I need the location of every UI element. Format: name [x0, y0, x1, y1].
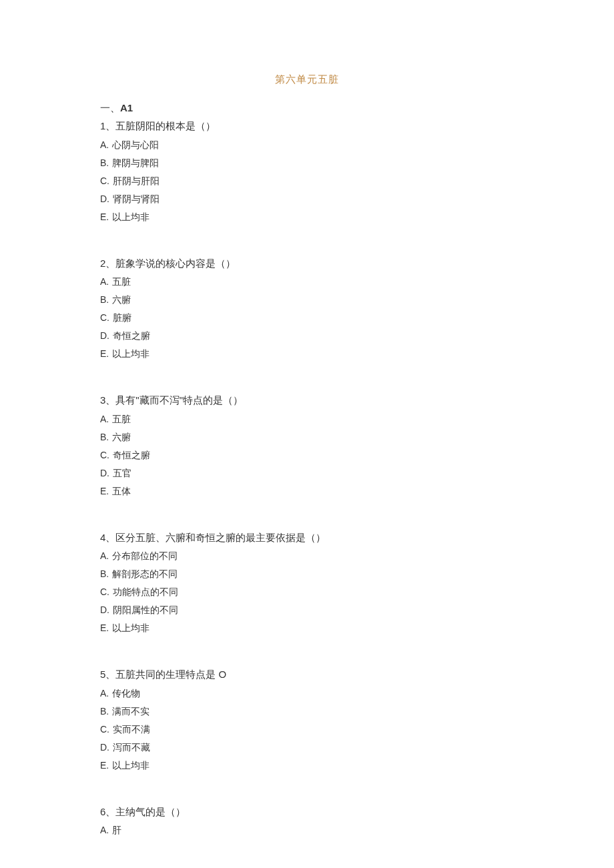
option-text: 五官: [110, 468, 131, 478]
option-letter: A.: [100, 550, 109, 561]
option-text: 脾阴与脾阳: [109, 157, 159, 168]
section-type: A1: [120, 102, 133, 113]
option-letter: E.: [100, 486, 109, 496]
option-text: 奇恒之腑: [110, 450, 150, 460]
option-text: 分布部位的不同: [109, 550, 178, 561]
question-text: 、五脏阴阳的根本是（）: [105, 120, 216, 131]
question-option: E. 以上均非: [100, 210, 514, 224]
option-text: 五体: [109, 486, 131, 496]
question-option: B. 脾阴与脾阳: [100, 156, 514, 170]
question-option: A. 分布部位的不同: [100, 549, 514, 563]
option-text: 五脏: [109, 414, 131, 424]
option-text: 肝: [109, 825, 121, 835]
option-text: 脏腑: [110, 312, 131, 323]
option-letter: E.: [100, 622, 109, 633]
option-text: 以上均非: [109, 211, 149, 222]
option-letter: A.: [100, 825, 109, 835]
option-text: 泻而不藏: [110, 742, 150, 753]
option-text: 传化物: [109, 688, 140, 699]
question-option: C. 奇恒之腑: [100, 448, 514, 462]
option-letter: C.: [100, 175, 109, 186]
option-text: 实而不满: [110, 724, 150, 735]
question-option: D. 阴阳属性的不同: [100, 603, 514, 617]
option-text: 解剖形态的不同: [109, 568, 178, 579]
option-letter: D.: [100, 468, 109, 478]
question-block: 2、脏象学说的核心内容是（）A. 五脏B. 六腑C. 脏腑D. 奇恒之腑E. 以…: [100, 256, 514, 362]
option-text: 以上均非: [109, 622, 149, 633]
question-option: E. 以上均非: [100, 759, 514, 773]
option-letter: A.: [100, 414, 109, 424]
question-option: C. 实而不满: [100, 723, 514, 737]
question-option: A. 五脏: [100, 275, 514, 289]
question-block: 4、区分五脏、六腑和奇恒之腑的最主要依据是（）A. 分布部位的不同B. 解剖形态…: [100, 530, 514, 636]
question-text: 、具有"藏而不泻"特点的是（）: [105, 394, 243, 406]
question-stem: 2、脏象学说的核心内容是（）: [100, 256, 514, 272]
question-option: D. 五官: [100, 466, 514, 480]
option-text: 满而不实: [109, 706, 149, 717]
option-letter: D.: [100, 742, 109, 753]
question-block: 5、五脏共同的生理特点是 OA. 传化物B. 满而不实C. 实而不满D. 泻而不…: [100, 667, 514, 773]
question-option: B. 解剖形态的不同: [100, 567, 514, 581]
option-text: 阴阳属性的不同: [110, 604, 178, 615]
section-prefix: 一、: [100, 102, 120, 113]
question-option: D. 奇恒之腑: [100, 329, 514, 343]
question-option: B. 六腑: [100, 430, 514, 444]
question-text: 、区分五脏、六腑和奇恒之腑的最主要依据是（）: [105, 532, 326, 543]
option-letter: B.: [100, 157, 109, 168]
option-letter: C.: [100, 724, 109, 735]
question-list: 1、五脏阴阳的根本是（）A. 心阴与心阳B. 脾阴与脾阳C. 肝阴与肝阳D. 肾…: [100, 119, 514, 837]
option-text: 六腑: [109, 432, 131, 442]
document-title: 第六单元五脏: [100, 73, 514, 86]
option-letter: A.: [100, 139, 109, 150]
question-option: D. 泻而不藏: [100, 741, 514, 755]
question-stem: 5、五脏共同的生理特点是 O: [100, 667, 514, 683]
option-text: 功能特点的不同: [110, 586, 178, 597]
option-letter: D.: [100, 193, 109, 204]
question-option: C. 肝阴与肝阳: [100, 174, 514, 188]
question-text: 、主纳气的是（）: [105, 806, 186, 817]
option-text: 五脏: [109, 276, 131, 287]
question-option: A. 传化物: [100, 687, 514, 701]
option-text: 肾阴与肾阳: [110, 193, 160, 204]
question-option: B. 满而不实: [100, 705, 514, 719]
question-option: E. 五体: [100, 484, 514, 498]
section-header: 一、A1: [100, 102, 514, 115]
question-block: 1、五脏阴阳的根本是（）A. 心阴与心阳B. 脾阴与脾阳C. 肝阴与肝阳D. 肾…: [100, 119, 514, 224]
question-option: A. 心阴与心阳: [100, 138, 514, 152]
question-stem: 6、主纳气的是（）: [100, 805, 514, 820]
question-option: D. 肾阴与肾阳: [100, 192, 514, 206]
question-block: 3、具有"藏而不泻"特点的是（）A. 五脏B. 六腑C. 奇恒之腑D. 五官E.…: [100, 393, 514, 498]
option-letter: C.: [100, 586, 109, 597]
question-block: 6、主纳气的是（）A. 肝: [100, 805, 514, 838]
option-letter: B.: [100, 706, 109, 717]
question-option: E. 以上均非: [100, 621, 514, 635]
option-letter: E.: [100, 348, 109, 359]
option-letter: A.: [100, 688, 109, 699]
option-letter: A.: [100, 276, 109, 287]
option-letter: E.: [100, 760, 109, 771]
option-text: 肝阴与肝阳: [110, 175, 160, 186]
question-option: E. 以上均非: [100, 347, 514, 361]
option-letter: C.: [100, 312, 109, 323]
option-letter: B.: [100, 432, 109, 442]
question-option: C. 脏腑: [100, 311, 514, 325]
option-letter: B.: [100, 294, 109, 305]
question-stem: 4、区分五脏、六腑和奇恒之腑的最主要依据是（）: [100, 530, 514, 546]
option-text: 奇恒之腑: [110, 330, 150, 341]
option-text: 以上均非: [109, 348, 149, 359]
question-option: A. 五脏: [100, 412, 514, 426]
option-text: 以上均非: [109, 760, 149, 771]
option-letter: D.: [100, 604, 109, 615]
question-option: B. 六腑: [100, 293, 514, 307]
question-text: 、五脏共同的生理特点是 O: [105, 669, 226, 680]
question-text: 、脏象学说的核心内容是（）: [105, 258, 236, 269]
option-letter: C.: [100, 450, 109, 460]
question-stem: 1、五脏阴阳的根本是（）: [100, 119, 514, 134]
option-letter: E.: [100, 211, 109, 222]
option-letter: D.: [100, 330, 109, 341]
option-letter: B.: [100, 568, 109, 579]
option-text: 六腑: [109, 294, 131, 305]
question-option: C. 功能特点的不同: [100, 585, 514, 599]
question-option: A. 肝: [100, 823, 514, 837]
option-text: 心阴与心阳: [109, 139, 159, 150]
